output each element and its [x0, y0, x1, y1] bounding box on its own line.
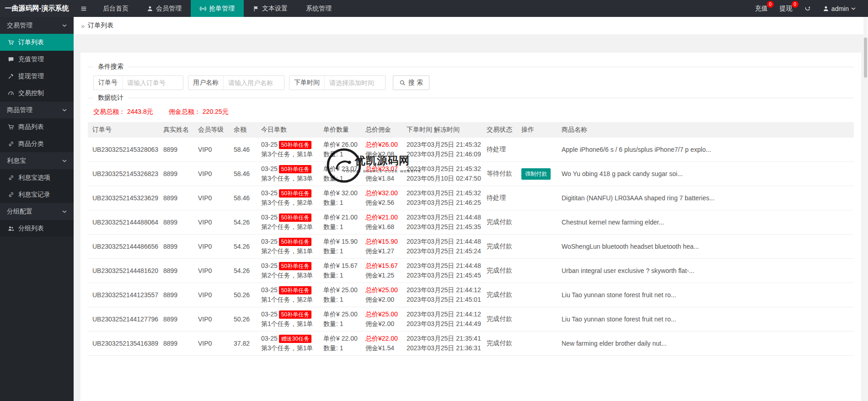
sidebar-item-product-list[interactable]: 商品列表 — [0, 118, 74, 135]
col-today-orders: 今日单数 — [257, 122, 319, 138]
cell-product: Apple iPhone6/6 s / 6 plus/splus iPhone7… — [557, 138, 854, 162]
hammer-icon — [8, 73, 14, 80]
unfreeze-time: 2023年03月25日 21:46:25 — [407, 198, 477, 208]
balance: 58.46 — [234, 170, 250, 177]
nav-item-label: 后台首页 — [103, 5, 129, 13]
table-row: UB2303252145328063 8899 VIP0 58.46 03-25… — [88, 138, 854, 162]
unit-price: 单价¥ 21.00 — [323, 213, 356, 222]
username-input[interactable] — [224, 79, 284, 86]
content-card: 条件搜索 订单号 用户名称 下单时间 搜 索 数据统计 — [80, 53, 861, 401]
nav-item-order-grab-management[interactable]: 抢单管理 — [191, 0, 244, 17]
sidebar-item-label: 提现管理 — [18, 72, 44, 80]
sidebar-item-product-category[interactable]: 商品分类 — [0, 135, 74, 152]
link-icon — [8, 141, 14, 147]
podcast-icon — [200, 5, 206, 12]
cell-status: 完成付款 — [482, 307, 517, 331]
order-time: 2023年03月25日 21:44:48 — [407, 237, 477, 246]
cell-vip-level: VIP0 — [193, 162, 229, 186]
cell-total-commission: 总价¥25.00 佣金¥2.00 — [361, 283, 402, 307]
product-name: Wo Yu obing 418 g pack candy sugar soi..… — [562, 170, 683, 177]
nav-item-dashboard-home[interactable]: 后台首页 — [94, 0, 138, 17]
sidebar-item-group-list[interactable]: 分组列表 — [0, 220, 74, 237]
vertical-scrollbar[interactable] — [863, 17, 868, 401]
cart-icon — [8, 124, 14, 130]
today-date: 03-25 — [261, 310, 278, 318]
today-task: 第1个任务，第1单 — [261, 319, 314, 329]
product-name: WoShengLun bluetooth headset bluetooth h… — [562, 243, 699, 250]
vip-level: VIP0 — [198, 243, 212, 250]
table-row: UB2303252135416389 8899 VIP0 37.82 03-25… — [88, 331, 854, 356]
link-icon — [8, 175, 14, 181]
quantity: 数量: 1 — [323, 271, 356, 280]
cell-times: 2023年03月25日 21:45:32 2023年03月25日 21:46:0… — [402, 138, 482, 162]
sidebar-item-recharge-management[interactable]: 充值管理 — [0, 51, 74, 68]
refresh-button[interactable] — [798, 0, 817, 17]
nav-item-system-management[interactable]: 系统管理 — [297, 0, 341, 17]
cell-status: 待处理 — [482, 138, 517, 162]
sidebar-toggle-button[interactable] — [74, 0, 94, 17]
total-price: 总价¥25.00 — [365, 310, 397, 319]
sidebar-item-trade-control[interactable]: 交易控制 — [0, 85, 74, 102]
sidebar-item-order-list[interactable]: 订单列表 — [0, 34, 74, 51]
balance: 54.26 — [234, 267, 250, 274]
search-fieldset: 条件搜索 — [88, 63, 854, 71]
sidebar-group-grouping-config[interactable]: 分组配置 — [0, 203, 74, 220]
quantity: 数量: 1 — [323, 174, 356, 183]
withdraw-button[interactable]: 提现 0 — [774, 0, 798, 17]
cell-product: Liu Tao yunnan stone forest fruit net ro… — [557, 307, 854, 331]
scrollbar-thumb[interactable] — [864, 37, 867, 78]
username-field-group: 用户名称 — [188, 75, 284, 90]
cell-total-commission: 总价¥15.67 佣金¥1.25 — [361, 259, 402, 283]
brand-logo: 一曲源码网-演示系统 — [0, 0, 74, 17]
product-name: Apple iPhone6/6 s / 6 plus/splus iPhone7… — [562, 146, 711, 153]
order-time: 2023年03月25日 21:35:41 — [407, 334, 477, 343]
sidebar-item-interest-records[interactable]: 利息宝记录 — [0, 186, 74, 203]
cell-balance: 54.26 — [229, 259, 257, 283]
nav-item-member-management[interactable]: 会员管理 — [138, 0, 191, 17]
balance: 54.26 — [234, 219, 250, 226]
nav-item-label: 系统管理 — [306, 5, 332, 13]
table-row: UB2303252144123557 8899 VIP0 50.26 03-25… — [88, 283, 854, 307]
cell-today-orders: 03-2550补单任务 第1个任务，第2单 — [257, 283, 319, 307]
user-menu[interactable]: admin — [817, 0, 862, 17]
commission: 佣金¥1.25 — [365, 271, 397, 280]
flag-icon — [253, 5, 259, 12]
chat-icon — [8, 56, 14, 63]
cell-price-qty: 单价¥ 23.07 数量: 1 — [319, 162, 361, 186]
today-task: 第3个任务，第1单 — [261, 343, 314, 353]
cell-balance: 50.26 — [229, 283, 257, 307]
cell-real-name: 8899 — [159, 186, 193, 210]
cell-order-no: UB2303252144127796 — [88, 307, 159, 331]
search-button[interactable]: 搜 索 — [393, 75, 429, 90]
balance: 37.82 — [234, 340, 250, 347]
force-pay-button[interactable]: 强制付款 — [521, 168, 551, 180]
order-no-input[interactable] — [123, 79, 183, 86]
cell-order-no: UB2303252144123557 — [88, 283, 159, 307]
col-vip-level: 会员等级 — [193, 122, 229, 138]
recharge-button[interactable]: 充值 0 — [749, 0, 774, 17]
sidebar-group-interest-treasure[interactable]: 利息宝 — [0, 152, 74, 169]
order-time-input[interactable] — [325, 79, 385, 86]
sidebar-group-trade-management[interactable]: 交易管理 — [0, 17, 74, 34]
cell-today-orders: 03-2550补单任务 第1个任务，第1单 — [257, 307, 319, 331]
nav-item-text-settings[interactable]: 文本设置 — [244, 0, 297, 17]
sidebar-group-product-management[interactable]: 商品管理 — [0, 102, 74, 118]
cell-status: 待处理 — [482, 186, 517, 210]
balance: 54.26 — [234, 243, 250, 250]
sidebar-item-label: 利息宝选项 — [18, 174, 50, 182]
sidebar-item-withdraw-management[interactable]: 提现管理 — [0, 68, 74, 85]
stats-fieldset: 数据统计 — [88, 94, 854, 102]
sidebar: 交易管理 订单列表 充值管理 提现管理 交易控制 商品管理 商品列表 商品分类 … — [0, 17, 74, 401]
cell-real-name: 8899 — [159, 259, 193, 283]
quantity: 数量: 1 — [323, 343, 356, 353]
sidebar-group-label: 商品管理 — [7, 106, 32, 114]
commission: 佣金¥2.08 — [365, 150, 397, 159]
unit-price: 单价¥ 26.00 — [323, 140, 356, 150]
order-table-body: UB2303252145328063 8899 VIP0 58.46 03-25… — [88, 138, 854, 356]
status-text: 待处理 — [487, 194, 506, 201]
withdraw-badge: 0 — [792, 1, 798, 8]
cell-times: 2023年03月25日 21:45:32 2023年03月25日 21:46:2… — [402, 186, 482, 210]
sidebar-item-interest-options[interactable]: 利息宝选项 — [0, 169, 74, 186]
cell-status: 完成付款 — [482, 259, 517, 283]
cell-status: 等待付款 — [482, 162, 517, 186]
